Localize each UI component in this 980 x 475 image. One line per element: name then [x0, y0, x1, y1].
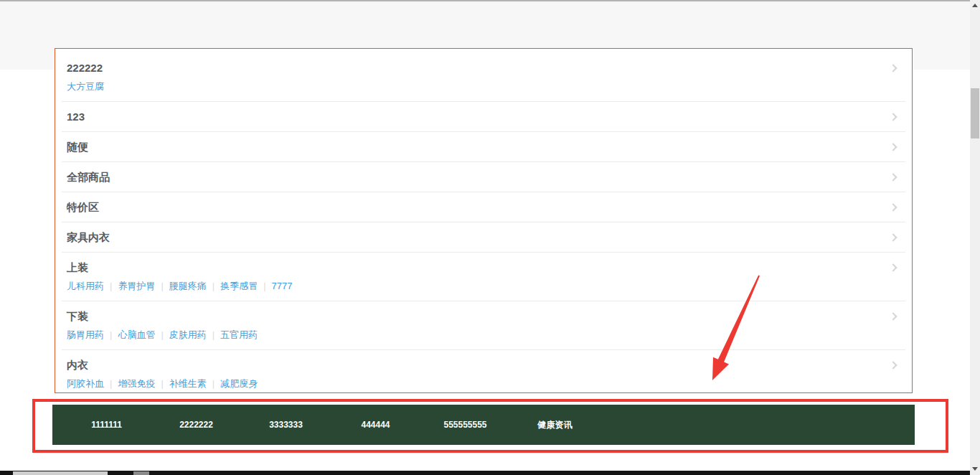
category-section: 随便	[62, 132, 905, 162]
link-separator: |	[161, 281, 163, 291]
category-title[interactable]: 123	[67, 110, 85, 123]
category-section: 上装 儿科用药|养胃护胃|腰腿疼痛|换季感冒|7777	[62, 253, 905, 301]
category-title[interactable]: 随便	[67, 141, 88, 153]
category-title[interactable]: 222222	[67, 62, 103, 74]
vertical-scrollbar[interactable]	[970, 0, 980, 475]
footer-nav-item[interactable]: 3333333	[241, 405, 331, 445]
category-section-head: 随便	[67, 141, 900, 153]
category-section: 内衣 阿胶补血|增强免疫|补维生素|减肥廋身	[62, 350, 905, 398]
category-sublinks: 儿科用药|养胃护胃|腰腿疼痛|换季感冒|7777	[67, 280, 900, 292]
chevron-right-icon[interactable]	[889, 64, 897, 72]
chevron-right-icon[interactable]	[889, 233, 897, 241]
category-section-head: 特价区	[67, 201, 900, 213]
category-title[interactable]: 内衣	[67, 359, 88, 371]
category-sublink[interactable]: 肠胃用药	[67, 329, 104, 340]
category-sublink[interactable]: 五官用药	[220, 329, 258, 340]
category-sublink[interactable]: 增强免疫	[118, 378, 155, 389]
link-separator: |	[161, 378, 163, 389]
category-sublink[interactable]: 养胃护胃	[118, 281, 155, 291]
category-sublink[interactable]: 阿胶补血	[67, 378, 104, 389]
taskbar-segment	[13, 471, 108, 475]
category-section-head: 下装	[67, 310, 900, 322]
category-sublink[interactable]: 心脑血管	[118, 329, 155, 340]
footer-nav-item[interactable]: 444444	[331, 405, 420, 445]
chevron-right-icon[interactable]	[889, 361, 897, 369]
category-sublink[interactable]: 儿科用药	[67, 281, 104, 291]
category-section-head: 123	[67, 110, 900, 123]
category-sublink[interactable]: 减肥廋身	[220, 378, 258, 389]
scrollbar-up-arrow-icon[interactable]	[972, 4, 978, 7]
link-separator: |	[110, 281, 112, 291]
category-title[interactable]: 家具内衣	[67, 231, 110, 243]
category-sublink[interactable]: 换季感冒	[220, 281, 258, 291]
chevron-right-icon[interactable]	[889, 312, 897, 320]
category-sublink[interactable]: 皮肤用药	[169, 329, 207, 340]
category-title[interactable]: 下装	[67, 310, 88, 322]
footer-nav-item[interactable]: 2222222	[151, 405, 241, 445]
footer-nav-item[interactable]: 健康资讯	[510, 405, 600, 445]
category-title[interactable]: 特价区	[67, 201, 99, 213]
footer-nav: 1111111 2222222 3333333 444444 555555555…	[52, 405, 915, 445]
link-separator: |	[161, 329, 163, 340]
scrollbar-down-arrow-icon[interactable]	[972, 467, 978, 471]
link-separator: |	[110, 378, 112, 389]
chevron-right-icon[interactable]	[889, 173, 897, 181]
chevron-right-icon[interactable]	[889, 203, 897, 211]
taskbar-edge-strip	[0, 471, 970, 475]
category-sublink[interactable]: 7777	[272, 281, 293, 291]
category-section: 家具内衣	[62, 222, 905, 253]
link-separator: |	[110, 329, 112, 340]
category-sublink[interactable]: 补维生素	[169, 378, 207, 389]
link-separator: |	[212, 378, 215, 389]
category-section: 123	[62, 102, 905, 132]
chevron-right-icon[interactable]	[889, 263, 897, 271]
category-panel: 222222 大方豆腐 123 随便 全部商品 特价区	[55, 48, 913, 393]
category-section-head: 222222	[67, 62, 900, 74]
category-section: 下装 肠胃用药|心脑血管|皮肤用药|五官用药	[62, 301, 905, 350]
footer-nav-item[interactable]: 555555555	[420, 405, 510, 445]
footer-nav-item[interactable]: 1111111	[62, 405, 151, 445]
category-title[interactable]: 上装	[67, 261, 88, 273]
category-sublinks: 肠胃用药|心脑血管|皮肤用药|五官用药	[67, 329, 900, 341]
taskbar-segment	[133, 471, 149, 475]
category-section: 特价区	[62, 192, 905, 222]
category-section-head: 上装	[67, 261, 900, 273]
chevron-right-icon[interactable]	[889, 143, 897, 151]
category-section-head: 内衣	[67, 359, 900, 371]
category-section-head: 家具内衣	[67, 231, 900, 243]
category-section: 222222 大方豆腐	[62, 53, 905, 102]
category-sublink[interactable]: 腰腿疼痛	[169, 281, 207, 291]
category-sublink[interactable]: 大方豆腐	[67, 81, 104, 92]
category-sublinks: 阿胶补血|增强免疫|补维生素|减肥廋身	[67, 377, 900, 390]
link-separator: |	[263, 281, 265, 291]
chevron-right-icon[interactable]	[889, 113, 897, 121]
link-separator: |	[212, 281, 215, 291]
category-section: 全部商品	[62, 162, 905, 192]
scrollbar-thumb[interactable]	[971, 88, 979, 138]
category-title[interactable]: 全部商品	[67, 171, 110, 183]
link-separator: |	[212, 329, 215, 340]
category-sublinks: 大方豆腐	[67, 80, 900, 93]
category-section-head: 全部商品	[67, 171, 900, 183]
